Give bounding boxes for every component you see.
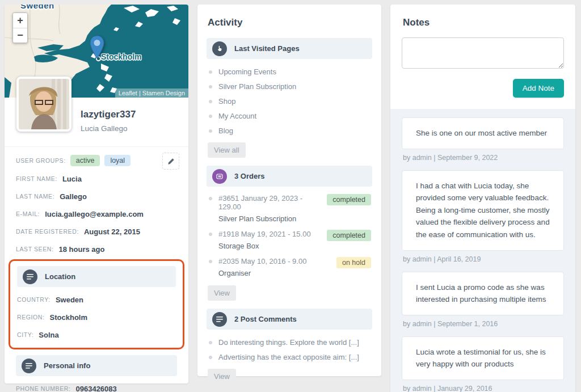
- note-meta: by admin | January 29, 2016: [403, 385, 564, 392]
- field-row-last-name: LAST NAME: Gallego: [16, 191, 177, 201]
- profile-card: Sweden Stockholm + − Leaflet | Stamen De…: [5, 5, 188, 383]
- order-status-badge: completed: [327, 230, 371, 241]
- location-section-header: Location: [17, 266, 176, 287]
- order-summary: #1918 May 19, 2021 - 15.00: [218, 230, 311, 238]
- pencil-icon: [167, 158, 175, 165]
- order-status-badge: completed: [327, 194, 371, 205]
- order-summary: #2035 May 10, 2016 - 9.00: [218, 257, 306, 265]
- last-visited-title: Last Visited Pages: [234, 44, 300, 53]
- note-item: I sent Lucia a promo code as she was int…: [402, 272, 564, 315]
- notes-title: Notes: [403, 17, 564, 28]
- field-label: FIRST NAME:: [16, 175, 57, 182]
- field-value: 0963426083: [75, 385, 116, 392]
- field-row-country: COUNTRY: Sweden: [17, 294, 176, 305]
- comment-item: Do interesting things. Explore the world…: [209, 338, 371, 347]
- user-group-badge-loyal: loyal: [104, 155, 130, 166]
- field-label: CITY:: [17, 331, 33, 338]
- note-input[interactable]: [402, 37, 564, 69]
- field-row-city: CITY: Solna: [17, 330, 176, 340]
- order-row: #2035 May 10, 2016 - 9.00 Organiser on h…: [207, 257, 372, 277]
- personal-info-section-header: Personal info: [16, 355, 177, 376]
- svg-text:W: W: [218, 175, 221, 178]
- field-value: Sweden: [56, 296, 83, 304]
- visited-page-item: Shop: [209, 97, 371, 106]
- location-section-title: Location: [45, 272, 75, 281]
- visited-page-item: Blog: [209, 127, 371, 135]
- view-comments-button[interactable]: View: [208, 369, 236, 384]
- notes-card: Notes Add Note: [390, 5, 575, 109]
- field-value: lucia.gallego@example.com: [45, 210, 144, 218]
- order-row: #1918 May 19, 2021 - 15.00 Storage Box c…: [207, 230, 372, 250]
- order-product: Silver Plan Subscription: [218, 214, 327, 223]
- field-label: PHONE NUMBER:: [16, 385, 70, 392]
- field-value: August 22, 2015: [84, 227, 140, 236]
- activity-card: Activity Last Visited Pages Upcoming Eve…: [197, 5, 381, 376]
- user-groups-label: USER GROUPS:: [16, 157, 66, 164]
- zoom-out-button[interactable]: −: [13, 28, 27, 43]
- field-value: 18 hours ago: [59, 245, 105, 254]
- full-name: Lucia Gallego: [81, 124, 177, 133]
- map-marker-icon[interactable]: [90, 35, 104, 59]
- last-visited-section-header: Last Visited Pages: [207, 38, 372, 59]
- map-city-label: Stockholm: [101, 52, 142, 61]
- note-meta: by admin | September 9, 2022: [403, 154, 564, 162]
- comments-title: 2 Post Comments: [234, 315, 297, 323]
- profile-details: USER GROUPS: active loyal FIRST NAME: Lu…: [5, 146, 188, 392]
- zoom-in-button[interactable]: +: [13, 13, 27, 28]
- user-group-badge-active: active: [70, 155, 100, 166]
- field-row-region: REGION: Stockholm: [17, 312, 176, 322]
- list-lines-icon: [23, 269, 37, 284]
- list-lines-icon: [22, 359, 36, 373]
- username: lazytiger337: [81, 109, 177, 120]
- field-value: Solna: [39, 331, 58, 339]
- edit-user-groups-button[interactable]: [162, 153, 179, 170]
- visited-page-item: Silver Plan Subscription: [209, 82, 371, 91]
- avatar: [16, 77, 71, 132]
- map-attribution[interactable]: Leaflet | Stamen Design: [115, 88, 188, 98]
- map-region-label: Sweden: [20, 5, 54, 10]
- personal-info-section-title: Personal info: [44, 361, 90, 370]
- last-visited-list: Upcoming Events Silver Plan Subscription…: [207, 66, 372, 135]
- visited-page-item: My Account: [209, 112, 371, 120]
- add-note-button[interactable]: Add Note: [513, 79, 564, 98]
- field-value: Gallego: [60, 192, 87, 201]
- location-section-highlight: Location COUNTRY: Sweden REGION: Stockho…: [9, 259, 184, 349]
- orders-section-header: W 3 Orders: [207, 166, 372, 187]
- field-row-phone: PHONE NUMBER: 0963426083: [16, 383, 177, 392]
- order-status-badge: on hold: [336, 257, 371, 268]
- note-item: She is one on our most active member: [402, 117, 564, 149]
- field-label: COUNTRY:: [17, 296, 50, 303]
- activity-title: Activity: [208, 17, 372, 28]
- field-label: LAST SEEN:: [16, 246, 54, 252]
- note-item: I had a chat with Lucia today, she provi…: [402, 170, 564, 251]
- visited-page-item: Upcoming Events: [209, 68, 371, 76]
- order-product: Organiser: [218, 269, 306, 277]
- comments-list: Do interesting things. Explore the world…: [207, 337, 372, 361]
- order-row: #3651 January 29, 2023 - 129.00 Silver P…: [207, 194, 372, 223]
- field-label: LAST NAME:: [16, 193, 54, 200]
- view-all-pages-button[interactable]: View all: [208, 142, 246, 158]
- order-product: Storage Box: [218, 242, 311, 250]
- notes-column: Notes Add Note She is one on our most ac…: [390, 5, 575, 392]
- click-pointer-icon: [212, 41, 227, 56]
- field-label: REGION:: [17, 314, 45, 321]
- comment-item: Advertising has the exact opposite aim: …: [209, 353, 371, 361]
- field-row-email: E-MAIL: lucia.gallego@example.com: [16, 209, 177, 219]
- comments-section-header: 2 Post Comments: [207, 309, 372, 330]
- note-item: Lucia wrote a testimonial for us, she is…: [402, 336, 564, 380]
- notes-list: She is one on our most active member by …: [390, 109, 575, 392]
- woocommerce-icon: W: [212, 169, 227, 184]
- map-zoom-control: + −: [12, 12, 28, 43]
- field-row-date-registered: DATE REGISTERED: August 22, 2015: [16, 226, 177, 237]
- field-label: E-MAIL:: [16, 210, 40, 217]
- view-orders-button[interactable]: View: [208, 285, 236, 301]
- field-label: DATE REGISTERED:: [16, 228, 79, 235]
- user-groups-row: USER GROUPS: active loyal: [16, 155, 177, 166]
- orders-title: 3 Orders: [234, 172, 264, 180]
- field-row-last-seen: LAST SEEN: 18 hours ago: [16, 244, 177, 254]
- field-value: Stockholm: [50, 313, 87, 322]
- avatar-photo-graphic: [19, 79, 69, 129]
- comment-lines-icon: [212, 312, 227, 327]
- field-row-first-name: FIRST NAME: Lucia: [16, 174, 177, 184]
- order-summary: #3651 January 29, 2023 - 129.00: [218, 194, 327, 211]
